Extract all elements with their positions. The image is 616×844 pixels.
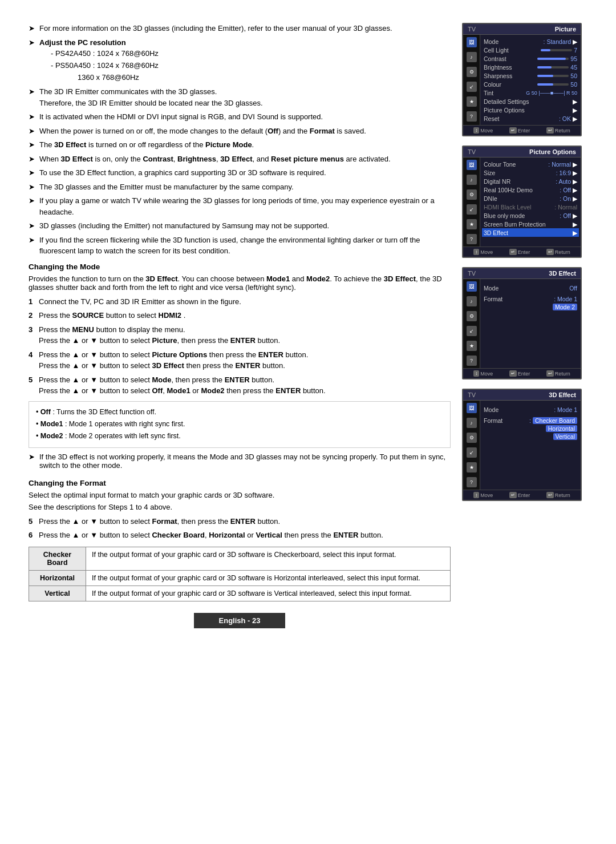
arrow-icon: ➤ — [29, 453, 35, 461]
tv-label-2: TV — [468, 148, 476, 155]
tv-icon-support-2: ? — [467, 234, 477, 244]
tv-icon-input-4: ↙ — [467, 447, 477, 458]
tv-icon-setup-3: ⚙ — [467, 311, 477, 321]
tv-body-1: 🖼 ♪ ⚙ ↙ ★ ? Mode : Standard ▶ Cell Light — [463, 35, 581, 125]
page-footer: English - 23 — [194, 613, 285, 628]
tv-icon-support-3: ? — [467, 356, 477, 366]
bullet-item-resolution: ➤ Adjust the PC resolution - PS42A450 : … — [29, 37, 451, 84]
menu-item-3d-format: Format : Mode 1 Mode 2 — [484, 294, 577, 311]
tv-screen-3d-format: TV 3D Effect 🖼 ♪ ⚙ ↙ ★ ? Mode : Mode 1 — [462, 389, 582, 501]
menu-label-3d-effect: 3D Effect — [549, 270, 576, 277]
menu-item-brightness: Brightness 45 — [484, 63, 577, 71]
tv-title-bar-4: TV 3D Effect — [463, 390, 581, 401]
menu-item-3d-effect-highlighted: 3D Effect ▶ — [482, 228, 579, 237]
bullet-item-picture-mode: ➤ The 3D Effect is turned on or off rega… — [29, 139, 451, 151]
menu-label-3d-effect-4: 3D Effect — [549, 391, 576, 398]
mode-steps-list: 1 Connect the TV, PC and 3D IR Emitter a… — [29, 296, 451, 397]
step-5: 5 Press the ▲ or ▼ button to select Mode… — [29, 374, 451, 397]
arrow-icon: ➤ — [29, 167, 35, 179]
table-cell-checker: If the output format of your graphic car… — [86, 547, 451, 570]
arrow-icon: ➤ — [29, 86, 35, 98]
step-3: 3 Press the MENU button to display the m… — [29, 324, 451, 346]
menu-item-screen-burn: Screen Burn Protection ▶ — [484, 220, 577, 228]
menu-item-sharpness: Sharpness 50 — [484, 71, 577, 80]
step-4-text: Press the ▲ or ▼ button to select Pictur… — [39, 349, 308, 371]
menu-item-colour: Colour 50 — [484, 80, 577, 88]
tv-icon-picture: 🖼 — [467, 37, 477, 47]
bullet-item-contrast: ➤ When 3D Effect is on, only the Contras… — [29, 154, 451, 165]
bullet-item-emitter: ➤ The 3D IR Emitter communicates with th… — [29, 86, 451, 108]
bullet-text: The 3D glasses and the Emitter must be m… — [39, 181, 451, 193]
bullet-item-manufacturer: ➤ The 3D glasses and the Emitter must be… — [29, 181, 451, 193]
tv-icon-picture-4: 🖼 — [467, 403, 477, 413]
tv-label-1: TV — [468, 26, 476, 33]
bullet-item-eyestrain: ➤ If you play a game or watch TV while w… — [29, 195, 451, 217]
menu-item-reset: Reset : OK ▶ — [484, 114, 577, 123]
arrow-icon: ➤ — [29, 126, 35, 137]
bullet-item-graphics: ➤ To use the 3D Effect function, a graph… — [29, 167, 451, 179]
format-steps-list: 5 Press the ▲ or ▼ button to select Form… — [29, 516, 451, 541]
changing-format-description: Select the optimal input format to match… — [29, 491, 451, 499]
changing-mode-heading: Changing the Mode — [29, 263, 451, 271]
menu-item-cell-light: Cell Light 7 — [484, 46, 577, 54]
after-note-text: If the 3D effect is not working properly… — [39, 453, 451, 470]
tv-menu-picture-options: Colour Tone : Normal ▶ Size : 16:9 ▶ Dig… — [480, 158, 581, 247]
tv-screen-3d-mode: TV 3D Effect 🖼 ♪ ⚙ ↙ ★ ? Mode Off — [462, 267, 582, 379]
tv-icon-setup: ⚙ — [467, 67, 477, 77]
menu-item-colour-tone: Colour Tone : Normal ▶ — [484, 160, 577, 168]
changing-format-heading: Changing the Format — [29, 479, 451, 487]
menu-item-100hz: Real 100Hz Demo : Off ▶ — [484, 185, 577, 194]
table-row-checker: Checker Board If the output format of yo… — [29, 547, 451, 570]
tv-menu-3d-format: Mode : Mode 1 Format : Checker Board Hor… — [480, 401, 581, 490]
see-steps-text: See the descriptions for Steps 1 to 4 ab… — [29, 503, 451, 511]
tv-icon-input-2: ↙ — [467, 204, 477, 215]
changing-mode-description: Provides the function to turn on the 3D … — [29, 274, 451, 292]
tv-sidebar-3: 🖼 ♪ ⚙ ↙ ★ ? — [463, 279, 480, 368]
arrow-icon: ➤ — [29, 139, 35, 151]
bullet-text: The 3D IR Emitter communicates with the … — [39, 86, 451, 108]
tv-screen-picture: TV Picture 🖼 ♪ ⚙ ↙ ★ ? Mode : Standard ▶ — [462, 23, 582, 136]
tv-sidebar-1: 🖼 ♪ ⚙ ↙ ★ ? — [463, 35, 480, 125]
bullet-text: If you find the screen flickering while … — [39, 235, 451, 257]
tv-footer-2: ↕ Move ↵ Enter ↩ Return — [463, 247, 581, 257]
menu-item-mode: Mode : Standard ▶ — [484, 37, 577, 46]
note-off: • Off : Turns the 3D Effect function off… — [36, 406, 443, 418]
left-column: ➤ For more information on the 3D glasses… — [29, 23, 451, 628]
tv-icon-picture-2: 🖼 — [467, 160, 477, 170]
tv-body-4: 🖼 ♪ ⚙ ↙ ★ ? Mode : Mode 1 Format : — [463, 401, 581, 490]
bullet-text: To use the 3D Effect function, a graphic… — [39, 167, 451, 179]
format-table: Checker Board If the output format of yo… — [29, 547, 451, 601]
tv-icon-sound-3: ♪ — [467, 296, 477, 306]
menu-item-contrast: Contrast 95 — [484, 54, 577, 63]
tv-body-2: 🖼 ♪ ⚙ ↙ ★ ? Colour Tone : Normal ▶ Size … — [463, 158, 581, 247]
table-cell-vertical: If the output format of your graphic car… — [86, 585, 451, 601]
menu-item-hdmi-black: HDMI Black Level : Normal — [484, 203, 577, 211]
bullet-item-glasses: ➤ For more information on the 3D glasses… — [29, 23, 451, 34]
table-header-checker: Checker Board — [29, 547, 86, 570]
tv-title-bar-1: TV Picture — [463, 24, 581, 35]
format-step-5: 5 Press the ▲ or ▼ button to select Form… — [29, 516, 451, 527]
tv-icon-app-3: ★ — [467, 341, 477, 351]
tv-sidebar-2: 🖼 ♪ ⚙ ↙ ★ ? — [463, 158, 480, 247]
after-note-container: ➤ If the 3D effect is not working proper… — [29, 453, 451, 470]
step-2-text: Press the SOURCE button to select HDMI2 … — [39, 310, 185, 321]
changing-mode-section: Changing the Mode Provides the function … — [29, 263, 451, 470]
arrow-icon: ➤ — [29, 154, 35, 165]
mode-notes-box: • Off : Turns the 3D Effect function off… — [29, 401, 451, 448]
menu-item-dnie: DNIe : On ▶ — [484, 194, 577, 203]
arrow-icon: ➤ — [29, 111, 35, 123]
arrow-icon: ➤ — [29, 181, 35, 193]
tv-icon-support: ? — [467, 111, 477, 122]
format-step-6-text: Press the ▲ or ▼ button to select Checke… — [39, 530, 383, 541]
step-4: 4 Press the ▲ or ▼ button to select Pict… — [29, 349, 451, 371]
menu-item-detailed: Detailed Settings ▶ — [484, 97, 577, 106]
menu-item-3d-mode: Mode Off — [484, 284, 577, 292]
tv-icon-input-3: ↙ — [467, 326, 477, 336]
arrow-icon: ➤ — [29, 23, 35, 34]
menu-item-3d-mode-4: Mode : Mode 1 — [484, 405, 577, 414]
step-1-text: Connect the TV, PC and 3D IR Emitter as … — [39, 296, 241, 308]
tv-menu-picture: Mode : Standard ▶ Cell Light 7 Contrast … — [480, 35, 581, 125]
bullet-text: When 3D Effect is on, only the Contrast,… — [39, 154, 451, 165]
menu-item-picture-options: Picture Options ▶ — [484, 106, 577, 114]
tv-screen-picture-options: TV Picture Options 🖼 ♪ ⚙ ↙ ★ ? Colour To… — [462, 146, 582, 258]
